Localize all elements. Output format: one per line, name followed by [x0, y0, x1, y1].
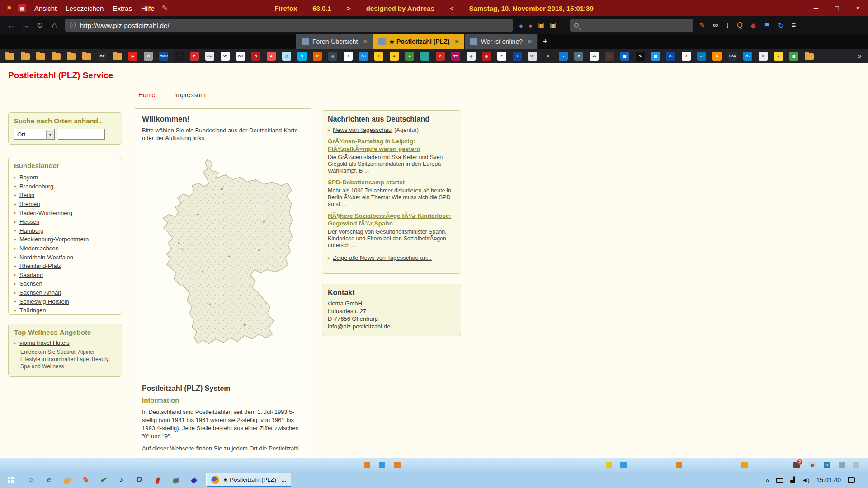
desktop-icon[interactable]	[676, 462, 682, 468]
bookmark-site-icon[interactable]: GH	[236, 52, 245, 61]
taskbar-photo-icon[interactable]: ◉	[166, 472, 184, 488]
bookmark-site-icon[interactable]: *	[175, 52, 184, 61]
bundesland-link[interactable]: Nordrhein-Westfalen	[19, 254, 73, 261]
bookmark-site-icon[interactable]: S	[251, 52, 260, 61]
menu-hilfe[interactable]: Hilfe	[137, 5, 159, 12]
browser-search-bar[interactable]	[570, 19, 693, 32]
desktop-icon[interactable]	[741, 462, 748, 468]
tray-expand-icon[interactable]: ∧	[765, 477, 770, 483]
reload-icon[interactable]: ↻	[33, 18, 47, 33]
shield-icon[interactable]: ◆	[750, 21, 756, 30]
browser-tab[interactable]: Foren-Übersicht×	[296, 34, 373, 49]
taskbar-window-button[interactable]: ★ Postleitzahl (PLZ) - ...	[206, 473, 291, 487]
bookmark-site-icon[interactable]: sh	[590, 52, 599, 61]
grid-app-icon[interactable]: ▦	[18, 4, 26, 12]
menu-icon[interactable]: ≡	[792, 21, 796, 29]
bookmark-site-icon[interactable]: Cr	[666, 52, 675, 61]
back-icon[interactable]: ←	[4, 18, 18, 33]
bundesland-link[interactable]: Hamburg	[19, 227, 43, 234]
flag-icon[interactable]: ⚑	[764, 21, 770, 30]
taskbar-file-explorer-icon[interactable]: ▣	[58, 472, 76, 488]
tab-close-icon[interactable]: ×	[455, 38, 458, 45]
desktop-icon[interactable]	[606, 462, 612, 468]
bookmark-site-icon[interactable]: ◎	[482, 52, 491, 61]
bookmark-site-icon[interactable]: ▦	[620, 52, 629, 61]
bookmark-site-icon[interactable]: b64	[728, 52, 737, 61]
bookmark-folder-icon[interactable]	[21, 53, 30, 60]
menu-lesezeichen[interactable]: Lesezeichen	[61, 5, 108, 12]
bookmark-site-icon[interactable]: aby	[205, 52, 214, 61]
bookmark-site-icon[interactable]: ◈	[467, 52, 476, 61]
bookmark-site-icon[interactable]: ◑	[559, 52, 568, 61]
volume-icon[interactable]: ◄)	[802, 477, 809, 483]
bundesland-link[interactable]: Schleswig-Holstein	[19, 298, 69, 305]
tab-close-icon[interactable]: ×	[528, 38, 532, 45]
bookmark-site-icon[interactable]: ♣	[405, 52, 414, 61]
desktop-icon[interactable]	[839, 462, 845, 468]
bookmark-site-icon[interactable]: P	[190, 52, 199, 61]
bookmark-site-icon[interactable]: v	[774, 52, 783, 61]
site-title-link[interactable]: Postleitzahl (PLZ) Service	[8, 70, 113, 80]
bookmark-site-icon[interactable]: 3d	[359, 52, 368, 61]
highlighter-icon[interactable]: ✎	[699, 21, 705, 30]
taskbar-paint-icon[interactable]: ✎	[76, 472, 94, 488]
desktop-icon[interactable]: 2	[793, 462, 800, 468]
folder-icon[interactable]: ▣	[550, 21, 556, 29]
paint-flag-icon[interactable]: ⚑	[5, 4, 14, 13]
bookmark-site-icon[interactable]: ▭	[697, 52, 706, 61]
taskbar-docs-icon[interactable]: D	[130, 472, 148, 488]
bookmark-site-icon[interactable]: ☻	[390, 52, 399, 61]
bookmark-site-icon[interactable]: P	[497, 52, 506, 61]
bundesland-link[interactable]: Thüringen	[19, 307, 46, 314]
germany-map[interactable]	[145, 148, 301, 376]
qwant-icon[interactable]: Q	[737, 21, 742, 29]
news-item-title-link[interactable]: GrÃ¼nen-Parteitag in Leipzig: FlÃ¼gelkÃ¤…	[328, 137, 455, 153]
menu-ansicht[interactable]: Ansicht	[30, 5, 61, 12]
bookmark-site-icon[interactable]: XL	[528, 52, 537, 61]
bookmark-site-icon[interactable]: ff	[313, 52, 322, 61]
maximize-button[interactable]: □	[826, 0, 847, 16]
display-icon[interactable]	[776, 478, 783, 483]
bundesland-link[interactable]: Mecklenburg-Vorpommern	[19, 236, 89, 243]
close-button[interactable]: ×	[847, 0, 868, 16]
bookmark-site-icon[interactable]: #	[543, 52, 552, 61]
kontakt-email-link[interactable]: info@plz-postleitzahl.de	[328, 323, 455, 330]
bookmark-site-icon[interactable]: ✎	[636, 52, 645, 61]
bookmark-site-icon[interactable]: Cs	[743, 52, 752, 61]
bundesland-link[interactable]: Bayern	[19, 174, 38, 181]
bookmark-site-icon[interactable]: ☺	[374, 52, 383, 61]
desktop-icon[interactable]	[853, 462, 859, 468]
desktop-icon[interactable]	[620, 462, 627, 468]
bookmark-site-icon[interactable]: ◉	[328, 52, 337, 61]
bookmark-site-icon[interactable]: ▶	[128, 52, 137, 61]
start-button[interactable]	[0, 472, 22, 488]
menu-extras[interactable]: Extras	[108, 5, 137, 12]
clock[interactable]: 15:01:40	[816, 476, 841, 483]
bookmark-site-icon[interactable]: C	[436, 52, 445, 61]
bookmarks-overflow-chevron[interactable]: »	[858, 52, 868, 60]
bundesland-link[interactable]: Hessen	[19, 218, 39, 225]
browser-search-input[interactable]	[582, 22, 673, 29]
bookmark-site-icon[interactable]: ▦	[789, 52, 798, 61]
profile-icon[interactable]: ●	[528, 22, 533, 29]
bookmark-folder-icon[interactable]	[82, 53, 91, 60]
taskbar-music-icon[interactable]: ♪	[112, 472, 130, 488]
bookmark-site-icon[interactable]: GMX	[159, 52, 168, 61]
bookmark-site-icon[interactable]: f	[344, 52, 353, 61]
bookmark-site-icon[interactable]: @	[282, 52, 291, 61]
taskbar-tool-icon[interactable]: ◆	[184, 472, 203, 488]
bookmark-site-icon[interactable]: i	[513, 52, 522, 61]
bookmark-site-icon[interactable]: ⌂	[605, 52, 614, 61]
nav-impressum-link[interactable]: Impressum	[174, 91, 205, 99]
bookmark-folder-icon[interactable]	[805, 53, 814, 60]
bookmark-site-icon[interactable]: ▦	[651, 52, 660, 61]
bookmark-site-icon[interactable]: ≡	[759, 52, 768, 61]
desktop-icon[interactable]	[379, 462, 385, 468]
pencil-icon[interactable]: ✎	[162, 4, 168, 12]
search-type-select[interactable]: Ort ▾	[14, 129, 55, 140]
browser-tab[interactable]: ★ Postleitzahl (PLZ)×	[373, 34, 465, 49]
bookmark-folder-icon[interactable]	[36, 53, 45, 60]
taskbar-edge-icon[interactable]: e	[40, 472, 58, 488]
bundesland-link[interactable]: Niedersachsen	[19, 245, 59, 252]
bookmark-site-icon[interactable]: ~	[420, 52, 429, 61]
